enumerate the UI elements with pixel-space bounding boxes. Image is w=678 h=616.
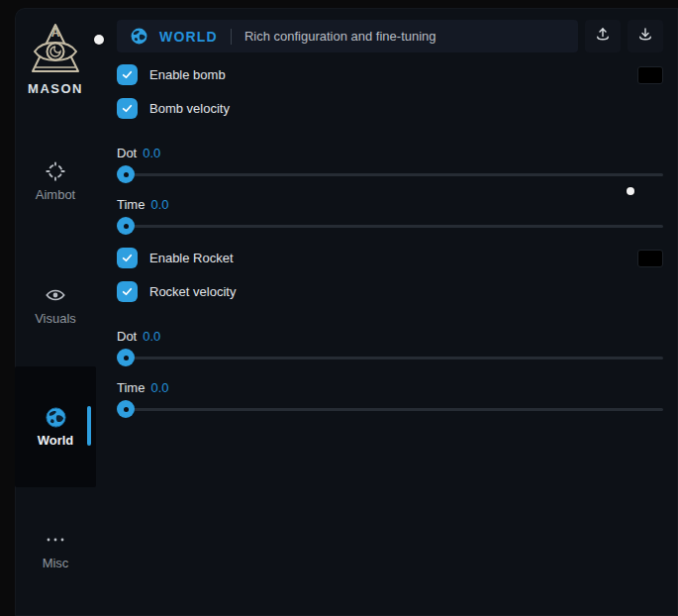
slider-group-bomb-dot: Dot 0.0 xyxy=(117,146,663,183)
bomb-color-swatch[interactable] xyxy=(637,66,663,84)
slider-track xyxy=(117,357,663,359)
slider-label-row: Dot 0.0 xyxy=(117,146,663,160)
rocket-dot-slider[interactable] xyxy=(117,349,663,366)
sidebar-item-label: World xyxy=(38,433,74,448)
cursor-dot xyxy=(94,35,104,45)
slider-handle-dot xyxy=(124,224,129,229)
slider-handle-dot xyxy=(124,407,129,412)
slider-value: 0.0 xyxy=(143,329,160,344)
cursor-dot xyxy=(627,187,634,195)
slider-group-rocket-dot: Dot 0.0 xyxy=(117,329,663,366)
logo: A MASON xyxy=(15,22,96,96)
bomb-dot-slider[interactable] xyxy=(117,165,663,183)
toggle-label: Enable Rocket xyxy=(149,251,234,265)
toggle-label: Rocket velocity xyxy=(149,284,236,299)
sidebar-item-world[interactable]: World xyxy=(15,400,96,454)
globe-icon xyxy=(45,406,67,428)
rocket-color-swatch[interactable] xyxy=(637,250,663,267)
logo-text: MASON xyxy=(28,81,83,96)
slider-label: Time xyxy=(117,380,145,395)
slider-group-bomb-time: Time 0.0 xyxy=(117,197,663,235)
stage: A MASON Aimbot xyxy=(0,0,678,616)
slider-value: 0.0 xyxy=(150,197,168,212)
sidebar-item-misc[interactable]: Misc xyxy=(15,523,96,576)
crosshair-icon xyxy=(45,160,66,182)
svg-text:A: A xyxy=(51,26,60,40)
toggle-label: Bomb velocity xyxy=(149,101,230,116)
toggle-label: Enable bomb xyxy=(149,67,226,82)
upload-icon xyxy=(594,26,612,47)
toggle-row-rocket-velocity: Rocket velocity xyxy=(117,281,663,302)
download-icon xyxy=(636,26,654,47)
sidebar-item-aimbot[interactable]: Aimbot xyxy=(15,154,96,208)
slider-label-row: Dot 0.0 xyxy=(117,329,663,344)
slider-label: Dot xyxy=(117,146,137,160)
slider-track xyxy=(117,225,663,228)
toggle-row-enable-bomb: Enable bomb xyxy=(117,64,663,85)
ellipsis-icon xyxy=(44,529,67,551)
slider-value: 0.0 xyxy=(143,146,160,160)
page-title: WORLD xyxy=(159,29,218,45)
slider-handle-dot xyxy=(124,172,129,177)
sidebar-item-label: Visuals xyxy=(35,311,76,326)
slider-track xyxy=(117,173,663,176)
enable-bomb-checkbox[interactable] xyxy=(117,64,138,85)
mason-eye-pyramid-icon: A xyxy=(27,22,84,75)
slider-track xyxy=(117,408,663,411)
slider-handle[interactable] xyxy=(117,349,135,366)
bomb-time-slider[interactable] xyxy=(117,217,663,235)
slider-label-row: Time 0.0 xyxy=(117,380,663,395)
slider-handle-dot xyxy=(124,356,129,360)
slider-value: 0.0 xyxy=(150,380,168,395)
rocket-time-slider[interactable] xyxy=(117,400,663,418)
download-config-button[interactable] xyxy=(628,20,663,52)
eye-icon xyxy=(45,284,66,306)
content-panel: WORLD Rich configuration and fine-tuning xyxy=(96,8,678,616)
slider-label-row: Time 0.0 xyxy=(117,197,663,212)
slider-handle[interactable] xyxy=(117,217,135,235)
globe-icon xyxy=(130,27,148,46)
toggle-row-bomb-velocity: Bomb velocity xyxy=(117,98,663,119)
slider-handle[interactable] xyxy=(117,400,135,418)
mason-window: A MASON Aimbot xyxy=(15,8,678,616)
slider-handle[interactable] xyxy=(117,165,135,183)
header-divider xyxy=(231,29,232,45)
toggle-row-enable-rocket: Enable Rocket xyxy=(117,248,663,268)
rocket-velocity-checkbox[interactable] xyxy=(117,281,138,302)
sidebar-item-label: Aimbot xyxy=(36,187,75,202)
sidebar: A MASON Aimbot xyxy=(15,8,96,616)
page-subtitle: Rich configuration and fine-tuning xyxy=(244,29,436,44)
sidebar-item-label: Misc xyxy=(43,556,69,570)
slider-label: Dot xyxy=(117,329,137,344)
slider-group-rocket-time: Time 0.0 xyxy=(117,380,663,418)
slider-label: Time xyxy=(117,197,145,212)
section-header-bar: WORLD Rich configuration and fine-tuning xyxy=(117,20,578,52)
header-row: WORLD Rich configuration and fine-tuning xyxy=(117,20,663,52)
bomb-velocity-checkbox[interactable] xyxy=(117,98,138,119)
upload-config-button[interactable] xyxy=(585,20,621,52)
sidebar-item-visuals[interactable]: Visuals xyxy=(15,278,96,332)
enable-rocket-checkbox[interactable] xyxy=(117,248,138,268)
